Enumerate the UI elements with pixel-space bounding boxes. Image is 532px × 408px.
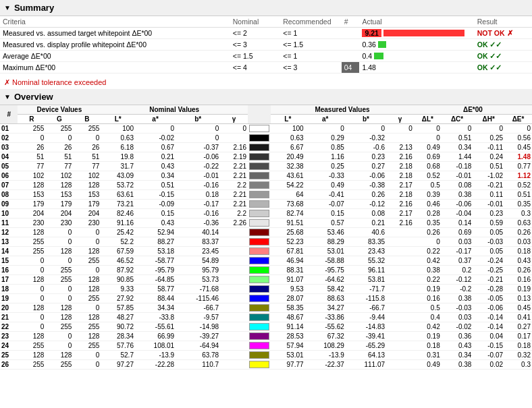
summary-bar-0 xyxy=(383,30,464,36)
overview-meas-0-0: 100 xyxy=(271,124,305,134)
overview-meas-8-1: -0.07 xyxy=(305,200,346,209)
overview-delta-2-0: 0.49 xyxy=(414,143,442,152)
overview-meas-15-1: -95.75 xyxy=(305,266,346,275)
overview-delta-18-2: -0.05 xyxy=(473,294,504,303)
overview-cell-17-5: 58.77 xyxy=(135,285,176,294)
table-row: 0712812812853.720.51-0.162.254.220.49-0.… xyxy=(0,181,532,190)
overview-delta-14-3: 0.43 xyxy=(504,256,532,266)
overview-cell-23-2: 0 xyxy=(45,341,73,351)
overview-meas-12-3 xyxy=(386,237,414,247)
overview-cell-5-3: 102 xyxy=(73,171,101,181)
overview-cell-3-0: 04 xyxy=(0,152,18,162)
table-row: 0917917917973.21-0.09-0.172.2173.68-0.07… xyxy=(0,200,532,209)
overview-cell-6-2: 128 xyxy=(45,181,73,190)
overview-cell-5-7: 2.21 xyxy=(220,171,248,181)
overview-cell-5-6: -0.01 xyxy=(176,171,220,181)
summary-bar-2 xyxy=(374,53,383,59)
overview-cell-2-1: 26 xyxy=(18,143,45,152)
overview-meas-18-3 xyxy=(386,294,414,303)
overview-cell-3-7: 2.19 xyxy=(220,152,248,162)
overview-cell-15-2: 255 xyxy=(45,266,73,275)
th-meas-y: γ xyxy=(386,115,414,124)
overview-cell-4-5: 0.43 xyxy=(135,162,176,171)
overview-meas-15-3 xyxy=(386,266,414,275)
overview-cell-12-7 xyxy=(220,237,248,247)
overview-table: # Device Values Nominal Values Measured … xyxy=(0,105,532,370)
overview-cell-17-7 xyxy=(220,285,248,294)
overview-cell-23-5: 108.01 xyxy=(135,341,176,351)
overview-cell-21-3: 255 xyxy=(73,322,101,332)
overview-cell-20-3: 128 xyxy=(73,313,101,322)
overview-cell-24-6: 63.78 xyxy=(176,351,220,360)
summary-recommended-0: <= 1 xyxy=(280,28,342,39)
overview-cell-12-3: 0 xyxy=(73,237,101,247)
overview-cell-20-4: 48.27 xyxy=(101,313,135,322)
overview-section: ▼ Overview # Device Values Nominal Value… xyxy=(0,89,532,370)
overview-cell-8-0: 09 xyxy=(0,200,18,209)
th-r: R xyxy=(18,115,45,124)
overview-delta-2-2: -0.11 xyxy=(473,143,504,152)
overview-cell-16-2: 255 xyxy=(45,275,73,285)
overview-meas-8-3: 2.16 xyxy=(386,200,414,209)
overview-delta-19-0: 0.5 xyxy=(414,303,442,313)
overview-swatch-14 xyxy=(248,256,271,266)
overview-title: Overview xyxy=(14,92,53,102)
overview-swatch-3 xyxy=(248,152,271,162)
overview-delta-14-0: 0.42 xyxy=(414,256,442,266)
overview-meas-20-0: 48.67 xyxy=(271,313,305,322)
overview-cell-25-2: 255 xyxy=(45,360,73,370)
overview-delta-9-0: 0.28 xyxy=(414,209,442,218)
overview-swatch-19 xyxy=(248,303,271,313)
overview-meas-25-1: -22.37 xyxy=(305,360,346,370)
overview-cell-11-5: 52.94 xyxy=(135,228,176,237)
overview-meas-12-1: 88.29 xyxy=(305,237,346,247)
overview-cell-13-4: 67.59 xyxy=(101,247,135,256)
overview-delta-25-3: 0.3 xyxy=(504,360,532,370)
overview-cell-18-0: 19 xyxy=(0,294,18,303)
summary-col-num: # xyxy=(342,16,360,28)
th-meas-b: b* xyxy=(346,115,386,124)
overview-cell-14-1: 0 xyxy=(18,256,45,266)
overview-cell-18-5: 88.44 xyxy=(135,294,176,303)
overview-delta-21-0: 0.42 xyxy=(414,322,442,332)
overview-cell-18-2: 0 xyxy=(45,294,73,303)
overview-delta-18-3: 0.13 xyxy=(504,294,532,303)
summary-criteria-2: Average ΔE*00 xyxy=(0,51,230,62)
overview-cell-21-1: 0 xyxy=(18,322,45,332)
overview-meas-22-2: -39.41 xyxy=(346,332,386,341)
th-de: ΔE* xyxy=(504,115,532,124)
summary-header[interactable]: ▼ Summary xyxy=(0,0,532,16)
summary-warning: ✗ Nominal tolerance exceeded xyxy=(0,76,532,89)
overview-meas-16-0: 91.07 xyxy=(271,275,305,285)
overview-delta-7-2: 0.11 xyxy=(473,190,504,200)
overview-cell-22-6: -39.27 xyxy=(176,332,220,341)
overview-delta-14-2: -0.24 xyxy=(473,256,504,266)
table-row: 0815315315363.61-0.150.182.2164-0.410.26… xyxy=(0,190,532,200)
overview-meas-11-3 xyxy=(386,228,414,237)
overview-cell-2-0: 03 xyxy=(0,143,18,152)
overview-cell-25-7 xyxy=(220,360,248,370)
overview-delta-8-1: -0.06 xyxy=(442,200,473,209)
overview-cell-8-1: 179 xyxy=(18,200,45,209)
summary-col-nominal: Nominal xyxy=(230,16,281,28)
overview-cell-9-5: 0.15 xyxy=(135,209,176,218)
overview-cell-4-7: 2.21 xyxy=(220,162,248,171)
overview-meas-1-1: 0.29 xyxy=(305,134,346,143)
overview-cell-25-5: -22.28 xyxy=(135,360,176,370)
summary-nominal-3: <= 4 xyxy=(230,62,281,74)
overview-meas-9-1: 0.15 xyxy=(305,209,346,218)
summary-actual-2: 0.4 xyxy=(359,51,474,62)
overview-cell-18-3: 255 xyxy=(73,294,101,303)
overview-meas-21-3 xyxy=(386,322,414,332)
overview-cell-25-0: 26 xyxy=(0,360,18,370)
overview-delta-7-3: 0.51 xyxy=(504,190,532,200)
overview-swatch-0 xyxy=(248,124,271,134)
overview-meas-12-0: 52.23 xyxy=(271,237,305,247)
overview-header[interactable]: ▼ Overview xyxy=(0,89,532,105)
overview-delta-11-3: 0.26 xyxy=(504,228,532,237)
overview-cell-14-3: 255 xyxy=(73,256,101,266)
overview-cell-24-1: 128 xyxy=(18,351,45,360)
overview-delta-0-3: 0 xyxy=(504,124,532,134)
overview-delta-2-1: 0.34 xyxy=(442,143,473,152)
overview-cell-0-7: 0 xyxy=(220,124,248,134)
